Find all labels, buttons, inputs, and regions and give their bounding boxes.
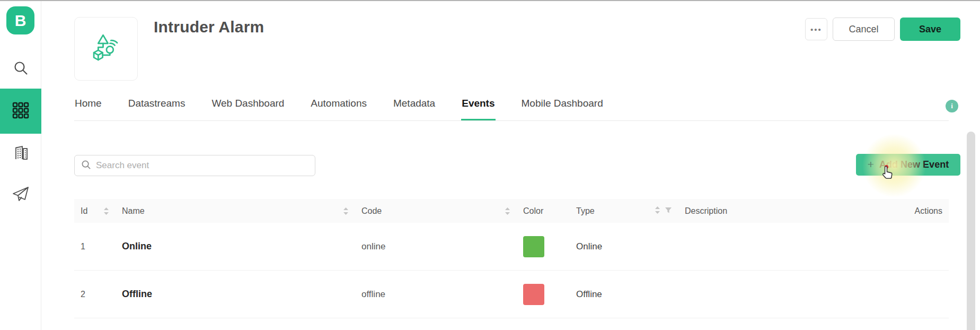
sidebar-item-templates[interactable] bbox=[0, 89, 41, 134]
column-header-name[interactable]: Name bbox=[116, 199, 355, 223]
event-name: Offline bbox=[116, 289, 355, 300]
event-id: 1 bbox=[74, 242, 116, 251]
add-new-event-button[interactable]: + Add New Event bbox=[856, 154, 960, 176]
filter-icon[interactable] bbox=[665, 206, 672, 216]
event-type: Online bbox=[570, 241, 678, 252]
event-code: offline bbox=[355, 289, 517, 300]
table-row-online[interactable]: 1 Online online Online bbox=[74, 223, 949, 271]
table-header-row: Id Name Code Color Type bbox=[74, 199, 949, 223]
brand-logo[interactable]: B bbox=[6, 6, 34, 34]
event-name: Online bbox=[116, 241, 355, 252]
sort-icon[interactable] bbox=[505, 207, 510, 215]
intruder-alarm-template-icon bbox=[89, 30, 123, 67]
paper-plane-icon bbox=[12, 186, 30, 205]
tab-automations[interactable]: Automations bbox=[310, 95, 367, 120]
sidebar-item-search[interactable] bbox=[0, 52, 41, 86]
tab-datastreams[interactable]: Datastreams bbox=[128, 95, 186, 120]
sort-icon[interactable] bbox=[343, 207, 349, 215]
tab-metadata[interactable]: Metadata bbox=[393, 95, 436, 120]
tab-events[interactable]: Events bbox=[461, 95, 495, 120]
search-icon bbox=[81, 160, 91, 172]
grid-icon bbox=[12, 102, 29, 121]
vertical-scrollbar[interactable] bbox=[967, 132, 975, 330]
table-row-offline[interactable]: 2 Offline offline Offline bbox=[74, 271, 949, 318]
event-search bbox=[74, 155, 315, 176]
sidebar: B bbox=[0, 1, 41, 330]
events-table: Id Name Code Color Type bbox=[74, 199, 949, 318]
event-id: 2 bbox=[74, 290, 116, 299]
table-body: 1 Online online Online 2 Offline offline… bbox=[74, 223, 949, 318]
event-type: Offline bbox=[570, 289, 678, 300]
ellipsis-icon: ••• bbox=[810, 25, 822, 34]
column-header-color: Color bbox=[517, 199, 570, 223]
column-header-description: Description bbox=[678, 199, 869, 223]
buildings-icon bbox=[12, 144, 29, 163]
page-title: Intruder Alarm bbox=[154, 18, 264, 36]
event-code: online bbox=[355, 241, 517, 252]
info-icon[interactable]: i bbox=[946, 100, 958, 112]
plus-icon: + bbox=[868, 158, 874, 171]
template-icon-card bbox=[74, 17, 138, 81]
sort-icon[interactable] bbox=[103, 207, 109, 215]
tab-web-dashboard[interactable]: Web Dashboard bbox=[211, 95, 285, 120]
column-header-code[interactable]: Code bbox=[355, 199, 517, 223]
window-top-edge bbox=[0, 0, 980, 1]
blynk-console-template-page: B bbox=[0, 0, 980, 330]
cancel-button[interactable]: Cancel bbox=[833, 18, 895, 41]
column-header-id[interactable]: Id bbox=[74, 199, 116, 223]
search-icon bbox=[13, 60, 29, 78]
save-button[interactable]: Save bbox=[900, 18, 960, 41]
tab-mobile-dashboard[interactable]: Mobile Dashboard bbox=[521, 95, 604, 120]
more-options-button[interactable]: ••• bbox=[805, 18, 827, 40]
sidebar-item-transfer[interactable] bbox=[0, 178, 41, 212]
template-tabs: Home Datastreams Web Dashboard Automatio… bbox=[74, 95, 949, 121]
tab-home[interactable]: Home bbox=[74, 95, 102, 120]
column-header-type[interactable]: Type bbox=[570, 199, 678, 223]
sidebar-item-organization[interactable] bbox=[0, 137, 41, 171]
event-color-swatch bbox=[523, 284, 544, 305]
add-new-event-label: Add New Event bbox=[879, 159, 949, 170]
sort-icon[interactable] bbox=[655, 206, 660, 216]
search-event-input[interactable] bbox=[96, 160, 308, 171]
column-header-actions: Actions bbox=[869, 199, 949, 223]
event-color-swatch bbox=[523, 236, 544, 257]
